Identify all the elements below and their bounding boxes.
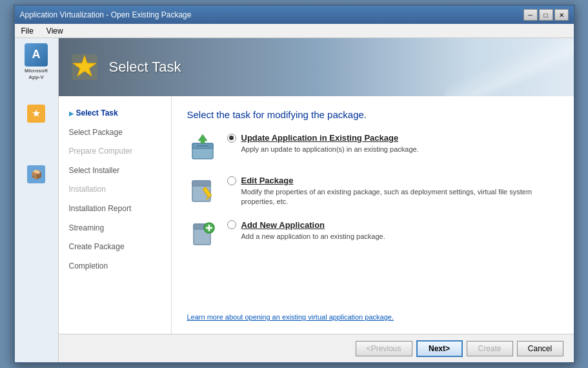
dialog-body: Select Task Select Package Prepare Compu… (59, 96, 574, 334)
option-add-new-app: Add New Application Add a new applicatio… (187, 219, 558, 250)
menu-file[interactable]: File (19, 26, 36, 36)
option-edit-package: Edit Package Modify the properties of an… (187, 174, 558, 207)
option-update-app-title[interactable]: Update Application in Existing Package (241, 133, 399, 143)
window-title: Application Virtualization - Open Existi… (20, 10, 192, 19)
wizard-nav-select-task[interactable]: Select Task (59, 104, 171, 123)
option-edit-package-desc: Modify the properties of an existing pac… (241, 187, 558, 207)
wizard-nav-create-package[interactable]: Create Package (59, 238, 171, 257)
previous-button[interactable]: <Previous (356, 341, 412, 356)
option-update-app: Update Application in Existing Package A… (187, 132, 558, 163)
menu-view[interactable]: View (44, 26, 66, 36)
option-edit-package-title[interactable]: Edit Package (241, 176, 294, 185)
svg-text:📦: 📦 (31, 169, 43, 180)
wizard-nav-completion[interactable]: Completion (59, 257, 171, 276)
minimize-button[interactable]: ─ (523, 9, 538, 21)
wizard-nav: Select Task Select Package Prepare Compu… (59, 96, 172, 334)
app-logo: A MicrosoftApp-V (17, 43, 56, 80)
main-area: A MicrosoftApp-V ★ 📦 (15, 38, 574, 362)
main-window: Application Virtualization - Open Existi… (14, 5, 575, 363)
dialog-window: Select Task Select Task Select Package P… (59, 38, 574, 362)
content-title: Select the task for modifying the packag… (187, 109, 558, 120)
close-button[interactable]: ✕ (554, 9, 569, 21)
menu-bar: File View (15, 24, 574, 38)
app-logo-icon: A (25, 43, 48, 66)
radio-add-new-app[interactable] (227, 220, 236, 229)
svg-text:★: ★ (32, 108, 41, 119)
option-add-new-app-text: Add New Application Add a new applicatio… (227, 219, 558, 241)
title-bar-buttons: ─ □ ✕ (523, 9, 569, 21)
option-edit-package-label-row: Edit Package (227, 176, 558, 185)
app-sidebar: A MicrosoftApp-V ★ 📦 (15, 38, 59, 362)
svg-marker-9 (198, 134, 207, 143)
dialog-footer: <Previous Next> Create Cancel (59, 334, 574, 362)
wizard-nav-installation-report[interactable]: Installation Report (59, 199, 171, 219)
maximize-button[interactable]: □ (539, 9, 553, 21)
option-update-app-label-row: Update Application in Existing Package (227, 133, 558, 143)
wizard-nav-select-package[interactable]: Select Package (59, 123, 171, 143)
radio-update-app[interactable] (227, 134, 236, 143)
content-area: Select the task for modifying the packag… (172, 96, 574, 334)
next-button[interactable]: Next> (416, 340, 463, 357)
wizard-nav-select-installer[interactable]: Select Installer (59, 161, 171, 181)
update-app-icon (187, 132, 218, 163)
wizard-nav-installation: Installation (59, 180, 171, 199)
wizard-nav-streaming[interactable]: Streaming (59, 219, 171, 238)
cancel-button[interactable]: Cancel (517, 341, 563, 356)
svg-rect-11 (192, 181, 210, 186)
dialog-header: Select Task (59, 38, 574, 96)
option-add-new-app-desc: Add a new application to an existing pac… (241, 232, 558, 241)
star-icon: ★ (26, 103, 46, 124)
package-icon-sidebar: 📦 (26, 164, 46, 185)
learn-more-link[interactable]: Learn more about opening an existing vir… (187, 303, 558, 321)
option-update-app-text: Update Application in Existing Package A… (227, 132, 558, 154)
option-update-app-desc: Apply an update to application(s) in an … (241, 145, 558, 154)
wizard-nav-prepare-computer: Prepare Computer (59, 142, 171, 161)
option-add-new-app-label-row: Add New Application (227, 220, 558, 230)
add-new-app-icon (187, 219, 218, 250)
radio-edit-package[interactable] (227, 176, 236, 185)
header-title: Select Task (109, 59, 181, 76)
header-task-icon (69, 52, 100, 83)
option-edit-package-text: Edit Package Modify the properties of an… (227, 174, 558, 207)
option-add-new-app-title[interactable]: Add New Application (241, 220, 325, 230)
sidebar-app-item-2[interactable]: 📦 (17, 161, 56, 189)
sidebar-app-item-1[interactable]: ★ (17, 101, 56, 128)
app-logo-text: MicrosoftApp-V (17, 68, 56, 80)
create-button[interactable]: Create (467, 341, 513, 356)
title-bar: Application Virtualization - Open Existi… (15, 6, 574, 24)
edit-package-icon (187, 174, 218, 205)
